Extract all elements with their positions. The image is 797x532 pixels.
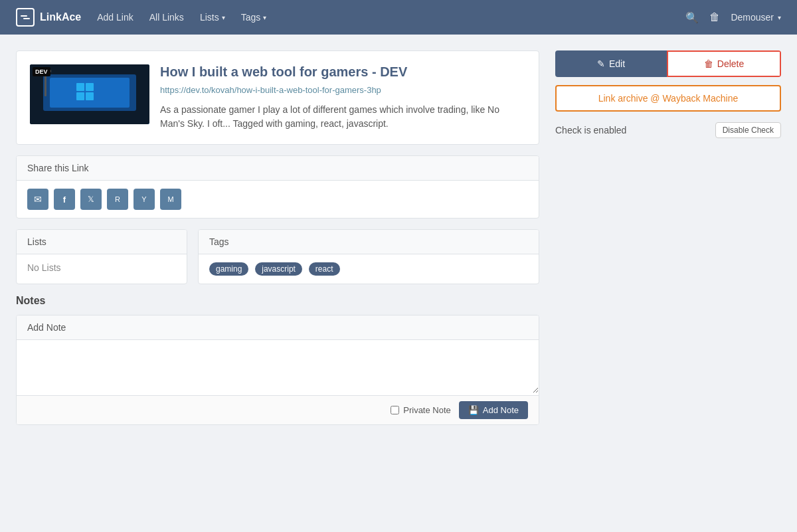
user-chevron: ▾ [778,14,781,21]
facebook-icon: f [63,195,66,205]
nav-add-link[interactable]: Add Link [97,12,133,23]
lists-tags-row: Lists No Lists Tags gaming javascript re… [16,229,539,284]
edit-icon: ✎ [597,58,605,69]
share-icons: ✉ f 𝕏 R Y M [17,181,539,218]
navbar: LinkAce Add Link All Links Lists ▾ Tags … [0,0,797,35]
reddit-icon: R [115,195,120,203]
check-row: Check is enabled Disable Check [555,120,781,141]
svg-rect-10 [86,92,94,100]
notes-textarea[interactable] [17,340,539,393]
link-card: DEV How I built a web tool for gamers - … [16,50,539,145]
link-description: As a passionate gamer I play a lot of di… [160,103,525,131]
nav-lists-chevron: ▾ [222,14,225,21]
link-info: How I built a web tool for gamers - DEV … [160,64,525,131]
share-twitter-button[interactable]: 𝕏 [80,189,102,210]
nav-lists-dropdown[interactable]: Lists ▾ [200,12,225,23]
action-buttons: ✎ Edit 🗑 Delete [555,50,781,77]
private-note-label[interactable]: Private Note [391,405,451,415]
tag-react[interactable]: react [309,262,340,276]
share-email-button[interactable]: ✉ [27,189,48,210]
share-facebook-button[interactable]: f [54,189,75,210]
notes-section-title: Notes [16,295,539,307]
search-icon: 🔍 [685,11,699,24]
delete-label: Delete [717,58,744,69]
username-label: Demouser [731,12,774,23]
nav-tags-dropdown[interactable]: Tags ▾ [241,12,267,23]
share-hn-button[interactable]: Y [133,189,155,210]
delete-icon: 🗑 [704,58,713,69]
nav-tags-chevron: ▾ [263,14,266,21]
nav-all-links[interactable]: All Links [149,12,184,23]
trash-icon: 🗑 [709,11,720,23]
dev-badge: DEV [33,67,50,76]
svg-rect-1 [23,18,30,19]
add-note-label: Add Note [483,405,519,415]
add-note-button[interactable]: 💾 Add Note [459,401,528,419]
check-status-label: Check is enabled [555,125,626,135]
lists-header: Lists [17,230,187,254]
lists-body: No Lists [17,254,187,281]
lists-card: Lists No Lists [16,229,187,284]
brand-name: LinkAce [40,11,81,23]
user-menu[interactable]: Demouser ▾ [731,12,781,23]
trash-button[interactable]: 🗑 [709,11,720,23]
notes-section: Notes Add Note Private Note 💾 Add Note [16,295,539,425]
notes-footer: Private Note 💾 Add Note [17,395,539,424]
delete-button[interactable]: 🗑 Delete [667,50,781,77]
svg-rect-0 [21,15,27,17]
disable-check-button[interactable]: Disable Check [715,122,781,138]
save-icon: 💾 [468,405,479,415]
tags-card: Tags gaming javascript react [198,229,539,284]
link-title[interactable]: How I built a web tool for gamers - DEV [160,64,525,80]
tag-gaming[interactable]: gaming [209,262,248,276]
tags-body: gaming javascript react [199,254,539,284]
tag-javascript[interactable]: javascript [255,262,302,276]
email-icon: ✉ [34,194,42,205]
svg-rect-7 [76,83,84,91]
share-mastodon-button[interactable]: M [160,189,181,210]
hn-icon: Y [141,195,146,203]
twitter-icon: 𝕏 [88,195,94,204]
brand-icon [16,8,35,27]
navbar-right: 🔍 🗑 Demouser ▾ [685,11,781,24]
private-note-text: Private Note [403,405,451,415]
search-button[interactable]: 🔍 [685,11,699,24]
link-thumbnail: DEV [30,64,149,124]
notes-card: Add Note Private Note 💾 Add Note [16,315,539,425]
mastodon-icon: M [167,195,173,203]
nav-tags-label: Tags [241,12,261,23]
left-column: DEV How I built a web tool for gamers - … [16,50,539,425]
svg-rect-9 [76,92,84,100]
edit-button[interactable]: ✎ Edit [555,50,667,77]
nav-lists-label: Lists [200,12,219,23]
edit-label: Edit [609,58,625,69]
brand-logo[interactable]: LinkAce [16,8,81,27]
notes-card-header: Add Note [17,315,539,340]
private-note-checkbox[interactable] [391,406,399,414]
link-url[interactable]: https://dev.to/kovah/how-i-built-a-web-t… [160,85,525,95]
wayback-button[interactable]: Link archive @ Wayback Machine [555,85,781,112]
svg-rect-8 [86,83,94,91]
tags-header: Tags [199,230,539,254]
share-header: Share this Link [17,156,539,181]
share-reddit-button[interactable]: R [107,189,128,210]
main-content: DEV How I built a web tool for gamers - … [0,35,797,441]
right-column: ✎ Edit 🗑 Delete Link archive @ Wayback M… [555,50,781,141]
share-card: Share this Link ✉ f 𝕏 R Y M [16,155,539,219]
